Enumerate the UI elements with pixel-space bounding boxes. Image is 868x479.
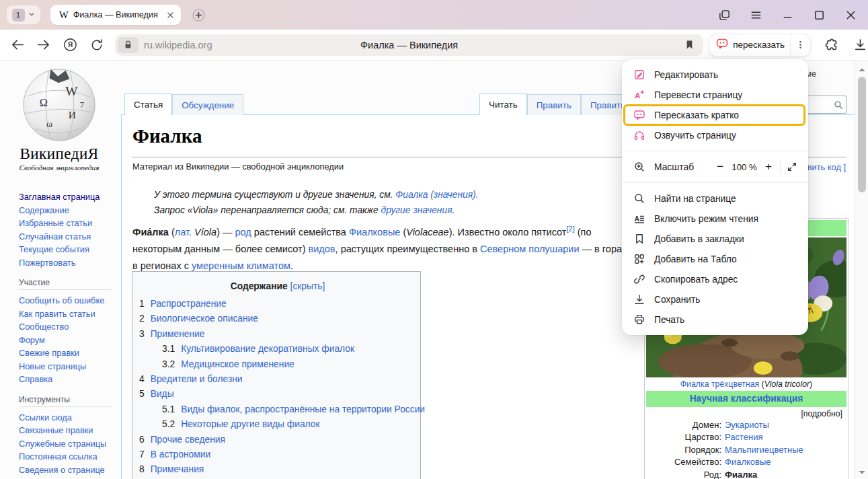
- toc-row: 6 Прочие сведения: [139, 433, 416, 447]
- menu-item[interactable]: A Включить режим чтения: [622, 209, 808, 229]
- browser-menu-icon[interactable]: [749, 8, 762, 22]
- taxonomy-value[interactable]: Фиалковые: [725, 456, 771, 468]
- minimize-icon[interactable]: [781, 8, 794, 22]
- forward-icon[interactable]: [36, 37, 52, 53]
- close-tab-icon[interactable]: [165, 9, 175, 20]
- sidebar-link[interactable]: Пожертвовать: [19, 258, 75, 268]
- retell-label: пересказать: [733, 40, 785, 50]
- sidebar-item: Ссылки сюда: [19, 411, 118, 425]
- menu-item[interactable]: Сохранить: [622, 289, 808, 309]
- tab-counter[interactable]: 1: [7, 5, 40, 24]
- close-window-icon[interactable]: [844, 8, 857, 22]
- toc-link[interactable]: Применение: [151, 327, 205, 342]
- toc-link[interactable]: Виды: [151, 387, 174, 402]
- sidebar-link[interactable]: Текущие события: [19, 244, 89, 254]
- scroll-up-icon[interactable]: [858, 65, 866, 73]
- bookmark-flag-icon[interactable]: [684, 39, 695, 53]
- menu-item[interactable]: Печать: [622, 309, 808, 330]
- retell-more-icon[interactable]: [790, 34, 810, 56]
- reload-icon[interactable]: [89, 37, 105, 53]
- taxonomy-row: Род: Фиалка: [646, 469, 846, 479]
- search-icon[interactable]: [831, 100, 846, 110]
- sidebar-link[interactable]: Сообщить об ошибке: [19, 295, 104, 305]
- toc-number: 3.2: [162, 357, 175, 372]
- sidebar-link[interactable]: Постоянная ссылка: [19, 451, 97, 462]
- sidebar-link[interactable]: Избранные статьи: [19, 218, 92, 228]
- menu-item[interactable]: Скопировать адрес: [622, 269, 808, 289]
- menu-item[interactable]: A Перевести страницу: [622, 85, 808, 105]
- page-scrollbar[interactable]: [855, 61, 868, 479]
- details-link[interactable]: [подробно]: [646, 407, 846, 419]
- toc-row: 1 Распространение: [139, 297, 416, 311]
- toc-hide-link[interactable]: [скрыть]: [290, 281, 325, 291]
- toc-link[interactable]: Вредители и болезни: [151, 372, 243, 387]
- new-tab-button[interactable]: [190, 6, 207, 24]
- yandex-services-icon[interactable]: Я: [63, 37, 79, 53]
- view-tab[interactable]: Читать: [479, 94, 527, 115]
- article-tab[interactable]: Обсуждение: [172, 94, 243, 115]
- scrollbar-thumb[interactable]: [858, 77, 866, 192]
- sidebar-link[interactable]: Новые страницы: [19, 361, 86, 371]
- toc-link[interactable]: Некоторые другие виды фиалок: [181, 417, 319, 432]
- zoom-out-button[interactable]: −: [712, 160, 728, 174]
- taxonomy-rank: Род:: [646, 469, 721, 479]
- tab-panels-icon[interactable]: [717, 8, 731, 22]
- taxonomy-value[interactable]: Эукариоты: [725, 419, 769, 431]
- sidebar-link[interactable]: Случайная статья: [19, 231, 91, 242]
- toc-link[interactable]: Распространение: [151, 297, 227, 311]
- sidebar-link[interactable]: Заглавная страница: [19, 192, 100, 202]
- toc-link[interactable]: Примечания: [151, 462, 204, 477]
- browser-tab[interactable]: W Фиалка — Википедия: [50, 5, 181, 25]
- sidebar-link[interactable]: Служебные страницы: [19, 439, 106, 449]
- sidebar-item: Как править статьи: [19, 307, 118, 321]
- toc-link[interactable]: Биологическое описание: [151, 311, 258, 326]
- sidebar-link[interactable]: Сообщество: [19, 322, 69, 332]
- toc-link[interactable]: Медицинское применение: [181, 357, 294, 372]
- sidebar-link[interactable]: Свежие правки: [19, 348, 79, 358]
- toc-link[interactable]: Прочие сведения: [151, 433, 225, 447]
- zoom-in-button[interactable]: +: [760, 160, 777, 174]
- fullscreen-icon[interactable]: [785, 160, 799, 174]
- url-text: ru.wikipedia.org: [144, 40, 212, 50]
- taxonomy-value[interactable]: Мальпигиецветные: [725, 444, 803, 456]
- toc-link[interactable]: В астрономии: [151, 447, 210, 462]
- menu-item[interactable]: Озвучить страницу: [622, 125, 808, 145]
- toc-number: 1: [139, 297, 145, 311]
- sidebar-link[interactable]: Содержание: [19, 205, 69, 215]
- divider: [780, 161, 781, 173]
- taxonomy-value[interactable]: Фиалка: [725, 469, 757, 479]
- classification-header[interactable]: Научная классификация: [646, 391, 846, 407]
- toc-link[interactable]: Культивирование декоративных фиалок: [181, 342, 354, 357]
- article-tab[interactable]: Статья: [124, 94, 172, 115]
- sidebar-link[interactable]: Как править статьи: [19, 309, 95, 319]
- toc-row: 5 Виды: [139, 387, 416, 402]
- downloads-icon[interactable]: [852, 37, 868, 53]
- sidebar-item: Справка: [19, 373, 118, 386]
- svg-text:И: И: [69, 109, 76, 120]
- menu-item[interactable]: Найти на странице: [622, 188, 808, 209]
- extensions-icon[interactable]: [823, 37, 839, 53]
- sidebar-link[interactable]: Связанные правки: [19, 425, 93, 435]
- sidebar-link[interactable]: Справка: [19, 374, 52, 384]
- menu-item[interactable]: Редактировать: [622, 65, 808, 85]
- lead-paragraph: Фиа́лка (лат. Víola) — род растений семе…: [132, 221, 642, 274]
- toc-link[interactable]: Виды фиалок, распространённые на террито…: [181, 402, 425, 417]
- retell-button[interactable]: пересказать: [709, 34, 810, 56]
- toc-row: 2 Биологическое описание: [139, 311, 416, 326]
- address-bar[interactable]: ru.wikipedia.org Фиалка — Википедия: [115, 34, 703, 56]
- menu-item[interactable]: Пересказать кратко: [622, 105, 808, 125]
- scroll-down-icon[interactable]: [858, 467, 866, 475]
- maximize-icon[interactable]: [812, 8, 826, 22]
- toc-row: 3 Применение: [139, 327, 416, 342]
- sidebar-link[interactable]: Форум: [19, 335, 45, 345]
- taxonomy-value[interactable]: Растения: [725, 431, 763, 443]
- sidebar-link[interactable]: Сведения о странице: [19, 465, 105, 475]
- lock-icon[interactable]: [118, 37, 139, 53]
- menu-item[interactable]: Добавить на Табло: [622, 249, 808, 269]
- menu-item[interactable]: Добавить в закладки: [622, 229, 808, 249]
- view-tab[interactable]: Править: [527, 94, 581, 115]
- sidebar-item: Избранные статьи: [19, 217, 118, 230]
- back-icon[interactable]: [10, 37, 26, 53]
- wikipedia-logo[interactable]: W Ω И ω 7: [20, 66, 98, 147]
- sidebar-link[interactable]: Ссылки сюда: [19, 412, 72, 422]
